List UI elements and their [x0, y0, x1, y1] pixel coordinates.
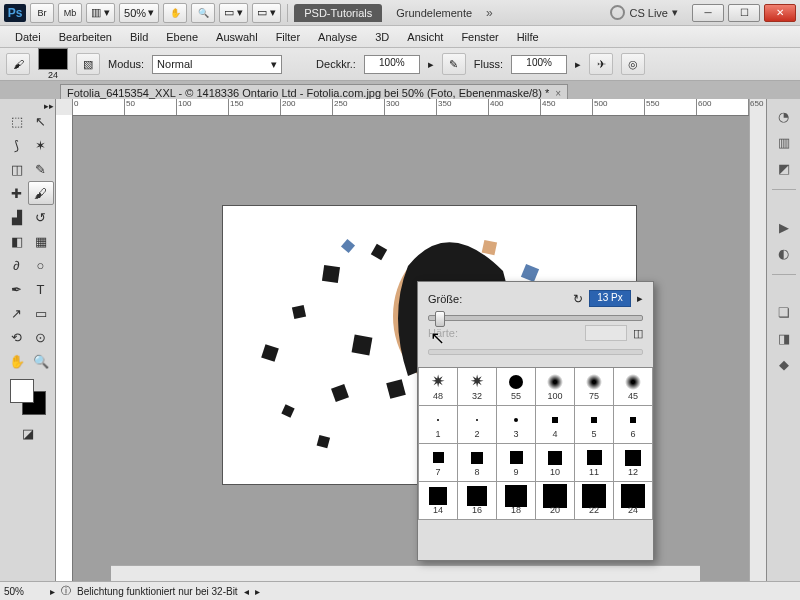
shape-tool[interactable]: ▭: [28, 301, 54, 325]
size-slider-thumb[interactable]: [435, 311, 445, 327]
ruler-horizontal[interactable]: 0501001502002503003504004505005506006507…: [72, 99, 749, 116]
brush-preset[interactable]: 55: [497, 368, 536, 406]
brush-preset[interactable]: 20: [536, 482, 575, 520]
brush-preset[interactable]: 24: [614, 482, 653, 520]
paths-panel-icon[interactable]: ◆: [772, 353, 796, 375]
menu-datei[interactable]: Datei: [6, 28, 50, 46]
menu-analyse[interactable]: Analyse: [309, 28, 366, 46]
brush-preset[interactable]: 5: [575, 406, 614, 444]
path-tool[interactable]: ↗: [4, 301, 30, 325]
size-slider[interactable]: [428, 315, 643, 321]
menu-3d[interactable]: 3D: [366, 28, 398, 46]
brush-preset[interactable]: ✷48: [419, 368, 458, 406]
brush-preset[interactable]: 22: [575, 482, 614, 520]
zoom-tool[interactable]: 🔍: [28, 349, 54, 373]
quickmask-tool[interactable]: ◪: [15, 421, 41, 445]
menu-fenster[interactable]: Fenster: [452, 28, 507, 46]
brush-preset[interactable]: 75: [575, 368, 614, 406]
minibridge-button[interactable]: Mb: [58, 3, 82, 23]
3d-camera-tool[interactable]: ⊙: [28, 325, 54, 349]
brush-preset[interactable]: 45: [614, 368, 653, 406]
brush-panel-toggle[interactable]: ▧: [76, 53, 100, 75]
brush-preset[interactable]: 14: [419, 482, 458, 520]
status-zoom[interactable]: 50%: [4, 586, 44, 597]
move-tool[interactable]: ⬚: [4, 109, 30, 133]
masks-panel-icon[interactable]: ◐: [772, 242, 796, 264]
brush-preset[interactable]: 100: [536, 368, 575, 406]
type-tool[interactable]: T: [28, 277, 54, 301]
3d-tool[interactable]: ⟲: [4, 325, 30, 349]
menu-bearbeiten[interactable]: Bearbeiten: [50, 28, 121, 46]
crop-tool[interactable]: ◫: [4, 157, 30, 181]
brush-preset[interactable]: 3: [497, 406, 536, 444]
ruler-vertical[interactable]: [56, 115, 73, 582]
eraser-tool[interactable]: ◧: [4, 229, 30, 253]
brush-preset[interactable]: 8: [458, 444, 497, 482]
quick-select-tool[interactable]: ✶: [28, 133, 54, 157]
mode-dropdown[interactable]: Normal▾: [152, 55, 282, 74]
status-prev-icon[interactable]: ◂: [244, 586, 249, 597]
scrollbar-vertical[interactable]: [749, 99, 766, 582]
workspace-tab-active[interactable]: PSD-Tutorials: [294, 4, 382, 22]
zoom-dropdown[interactable]: 50% ▾: [119, 3, 159, 23]
new-preset-icon[interactable]: ◫: [633, 327, 643, 340]
brush-tool[interactable]: 🖌: [28, 181, 54, 205]
workspace-tab[interactable]: Grundelemente: [386, 4, 482, 22]
menu-auswahl[interactable]: Auswahl: [207, 28, 267, 46]
view-extras-dropdown[interactable]: ▥ ▾: [86, 3, 115, 23]
minimize-button[interactable]: ─: [692, 4, 724, 22]
adjustments-panel-icon[interactable]: ▶: [772, 216, 796, 238]
opacity-dropdown-icon[interactable]: ▸: [428, 58, 434, 71]
marquee-tool[interactable]: ↖: [28, 109, 54, 133]
brush-preset[interactable]: 16: [458, 482, 497, 520]
gradient-tool[interactable]: ▦: [28, 229, 54, 253]
eyedropper-tool[interactable]: ✎: [28, 157, 54, 181]
brush-preset[interactable]: 2: [458, 406, 497, 444]
bridge-button[interactable]: Br: [30, 3, 54, 23]
airbrush-icon[interactable]: ✈: [589, 53, 613, 75]
brush-preset[interactable]: 1: [419, 406, 458, 444]
brush-preset[interactable]: 4: [536, 406, 575, 444]
swatches-panel-icon[interactable]: ▥: [772, 131, 796, 153]
status-next-icon[interactable]: ▸: [255, 586, 260, 597]
flow-dropdown-icon[interactable]: ▸: [575, 58, 581, 71]
color-picker[interactable]: [10, 379, 46, 415]
zoom-tool-button[interactable]: 🔍: [191, 3, 215, 23]
foreground-color[interactable]: [10, 379, 34, 403]
pen-tool[interactable]: ✒: [4, 277, 30, 301]
lasso-tool[interactable]: ⟆: [4, 133, 30, 157]
opacity-input[interactable]: 100%: [364, 55, 420, 74]
screenmode-dropdown[interactable]: ▭ ▾: [252, 3, 281, 23]
tool-preset-icon[interactable]: 🖌: [6, 53, 30, 75]
menu-filter[interactable]: Filter: [267, 28, 309, 46]
close-button[interactable]: ✕: [764, 4, 796, 22]
brush-preset[interactable]: 12: [614, 444, 653, 482]
tablet-opacity-icon[interactable]: ✎: [442, 53, 466, 75]
cs-live-button[interactable]: CS Live ▾: [610, 5, 678, 20]
flow-input[interactable]: 100%: [511, 55, 567, 74]
panel-menu-icon[interactable]: ▸: [637, 292, 643, 305]
hand-tool-button[interactable]: ✋: [163, 3, 187, 23]
arrange-dropdown[interactable]: ▭ ▾: [219, 3, 248, 23]
dodge-tool[interactable]: ○: [28, 253, 54, 277]
menu-bild[interactable]: Bild: [121, 28, 157, 46]
healing-tool[interactable]: ✚: [4, 181, 30, 205]
brush-preset[interactable]: 10: [536, 444, 575, 482]
stamp-tool[interactable]: ▟: [4, 205, 30, 229]
more-workspaces-icon[interactable]: »: [486, 6, 493, 20]
status-arrow-icon[interactable]: ▸: [50, 586, 55, 597]
brush-preview[interactable]: [38, 48, 68, 70]
history-brush-tool[interactable]: ↺: [28, 205, 54, 229]
reset-size-icon[interactable]: ↻: [573, 292, 583, 306]
brush-preset[interactable]: ✷32: [458, 368, 497, 406]
menu-ansicht[interactable]: Ansicht: [398, 28, 452, 46]
brush-preset[interactable]: 7: [419, 444, 458, 482]
brush-preset[interactable]: 9: [497, 444, 536, 482]
close-document-icon[interactable]: ×: [555, 88, 561, 99]
menu-ebene[interactable]: Ebene: [157, 28, 207, 46]
brush-preset[interactable]: 11: [575, 444, 614, 482]
collapse-tools-icon[interactable]: ▸▸: [44, 101, 54, 109]
tablet-size-icon[interactable]: ◎: [621, 53, 645, 75]
hand-tool[interactable]: ✋: [4, 349, 30, 373]
layers-panel-icon[interactable]: ❏: [772, 301, 796, 323]
